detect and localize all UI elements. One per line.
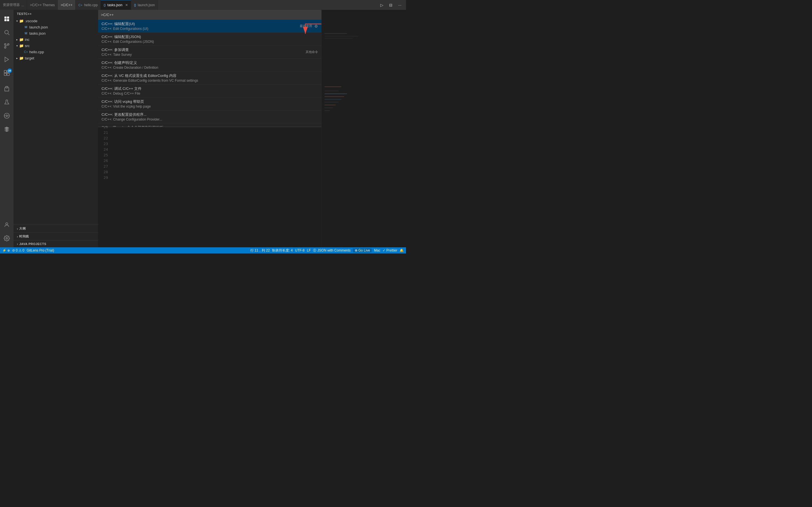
timeline-header[interactable]: › 时间线 — [17, 234, 95, 238]
command-input-text[interactable]: >C/C++ — [101, 13, 319, 17]
tab-more-icon[interactable]: ... — [21, 3, 24, 7]
command-item-4-texts: C/C++: 从 VC 格式设置生成 EditorConfig 内容 C/C++… — [101, 73, 318, 82]
java-projects-header[interactable]: › JAVA PROJECTS — [17, 242, 95, 245]
status-notification[interactable]: 🔔 — [400, 248, 404, 252]
command-2-secondary: C/C++: Take Survey — [101, 53, 306, 57]
command-0-secondary: C/C++: Edit Configurations (UI) — [101, 27, 300, 31]
hello-cpp-label: hello.cpp — [29, 50, 44, 54]
tab-tasks-label: tasks.json — [107, 3, 122, 7]
debug-activity-icon[interactable] — [0, 53, 13, 66]
command-item-take-survey[interactable]: C/C++: 参加调查 C/C++: Take Survey 其他命令 — [98, 46, 321, 59]
command-item-copy-commands[interactable]: C/C...: 将vcpkc 命令全部复制到剪贴板 — [98, 123, 321, 127]
flask-activity-icon[interactable] — [0, 96, 13, 109]
java-projects-section: › JAVA PROJECTS — [13, 240, 98, 247]
svg-rect-28 — [324, 102, 339, 103]
java-projects-label: JAVA PROJECTS — [19, 242, 46, 245]
testing-activity-icon[interactable] — [0, 82, 13, 96]
search-activity-icon[interactable] — [0, 25, 13, 39]
tab-launch[interactable]: {} launch.json — [131, 0, 158, 10]
position-label: 行 11，列 22 — [250, 248, 270, 253]
command-palette: >C/C++ C/C++: 编辑配置(UI) C/C++: Edit Confi… — [98, 10, 321, 127]
tree-src-folder[interactable]: ▾ 📁 src — [13, 43, 98, 49]
svg-rect-0 — [4, 17, 6, 18]
svg-rect-19 — [322, 31, 406, 227]
hello-cpp-tree-icon: C+ — [24, 50, 28, 54]
svg-line-5 — [8, 34, 9, 35]
svg-point-4 — [5, 31, 8, 34]
tab-tasks[interactable]: {} tasks.json ✕ — [101, 0, 131, 10]
account-activity-icon[interactable] — [0, 218, 13, 231]
tab-themes-label: >C/C++ Themes — [30, 3, 55, 7]
status-lineending[interactable]: LF — [307, 248, 311, 252]
status-indent[interactable]: 制表符长度: 4 — [272, 248, 293, 253]
title-bar: 资源管理器 ... >C/C++ Themes >C/C++ C+ hello.… — [0, 0, 406, 10]
command-item-edit-config-json[interactable]: C/C++: 编辑配置(JSON) C/C++: Edit Configurat… — [98, 33, 321, 46]
tab-hello[interactable]: C+ hello.cpp — [75, 0, 101, 10]
status-remote[interactable]: ⚡ ⊕ — [2, 248, 10, 252]
status-position[interactable]: 行 11，列 22 — [250, 248, 270, 253]
encoding-label: UTF-8 — [295, 248, 305, 252]
status-prettier[interactable]: ✓ Prettier — [383, 248, 397, 252]
more-actions-button[interactable]: ··· — [396, 2, 404, 8]
command-6-primary: C/C++: 访问 vcpkg 帮助页 — [101, 99, 318, 104]
lineending-label: LF — [307, 248, 311, 252]
remote-activity-icon[interactable] — [0, 109, 13, 122]
tab-explorer[interactable]: 资源管理器 ... — [0, 0, 27, 10]
minimap — [322, 10, 406, 247]
command-4-primary: C/C++: 从 VC 格式设置生成 EditorConfig 内容 — [101, 73, 318, 78]
status-gitlens[interactable]: GitLens Pro (Trial) — [27, 248, 54, 252]
src-folder-icon: 📁 — [19, 43, 24, 48]
svg-rect-2 — [4, 19, 6, 21]
command-item-vcpkg[interactable]: C/C++: 访问 vcpkg 帮助页 C/C++: Visit the vcp… — [98, 98, 321, 110]
hello-icon: C+ — [79, 3, 82, 7]
extensions-activity-icon[interactable] — [0, 66, 13, 80]
svg-rect-12 — [7, 73, 9, 75]
command-item-debug-cpp[interactable]: C/C++: 调试 C/C++ 文件 C/C++: Debug C/C++ Fi… — [98, 84, 321, 98]
settings-activity-icon[interactable] — [0, 231, 13, 245]
tree-target-folder[interactable]: ▸ 📁 target — [13, 55, 98, 61]
gitlens-activity-icon[interactable] — [0, 122, 13, 136]
command-item-1-texts: C/C++: 编辑配置(JSON) C/C++: Edit Configurat… — [101, 34, 318, 44]
command-item-5-texts: C/C++: 调试 C/C++ 文件 C/C++: Debug C/C++ Fi… — [101, 86, 318, 96]
tab-cpp-command[interactable]: >C/C++ — [58, 0, 75, 10]
command-item-7-texts: C/C++: 更改配置提供程序... C/C++: Change Configu… — [101, 112, 318, 121]
svg-point-17 — [6, 237, 8, 239]
tree-tasks-json[interactable]: M tasks.json — [13, 30, 98, 36]
svg-rect-29 — [324, 105, 336, 105]
outline-header[interactable]: › 大纲 — [17, 226, 95, 231]
command-5-secondary: C/C++: Debug C/C++ File — [101, 92, 318, 96]
tab-explorer-label: 资源管理器 — [3, 3, 20, 7]
command-item-2-texts: C/C++: 参加调查 C/C++: Take Survey — [101, 47, 306, 57]
svg-marker-9 — [5, 57, 9, 62]
sidebar-header: TESTC++ — [13, 10, 98, 18]
command-item-create-decl[interactable]: C/C++: 创建声明/定义 C/C++: Create Declaration… — [98, 59, 321, 71]
tab-themes[interactable]: >C/C++ Themes — [27, 0, 58, 10]
command-item-edit-config-ui[interactable]: C/C++: 编辑配置(UI) C/C++: Edit Configuratio… — [98, 20, 321, 33]
gear-icon-0[interactable]: ⚙ — [314, 24, 318, 29]
error-count: 0 — [16, 248, 18, 252]
tasks-file-tree-icon: M — [24, 31, 28, 36]
launch-json-label: launch.json — [29, 25, 48, 29]
command-7-secondary: C/C++: Change Configuration Provider... — [101, 117, 318, 121]
status-encoding[interactable]: UTF-8 — [295, 248, 305, 252]
tab-tasks-close[interactable]: ✕ — [125, 3, 128, 7]
command-item-editorconfig[interactable]: C/C++: 从 VC 格式设置生成 EditorConfig 内容 C/C++… — [98, 71, 321, 84]
tree-vscode-folder[interactable]: ▾ 📁 .vscode — [13, 18, 98, 24]
launch-file-tree-icon: M — [24, 25, 28, 29]
source-control-activity-icon[interactable] — [0, 39, 13, 53]
tree-launch-json[interactable]: M launch.json — [13, 24, 98, 30]
command-item-change-config[interactable]: C/C++: 更改配置提供程序... C/C++: Change Configu… — [98, 110, 321, 123]
run-button[interactable]: ▷ — [378, 2, 386, 8]
tree-inc-folder[interactable]: ▸ 📁 inc — [13, 36, 98, 43]
tree-hello-cpp[interactable]: C+ hello.cpp — [13, 49, 98, 55]
explorer-activity-icon[interactable] — [0, 12, 13, 25]
status-language[interactable]: ⓪ JSON with Comments — [313, 248, 350, 253]
status-errors[interactable]: ⊘ 0 ⚠ 0 — [12, 248, 24, 252]
inc-folder-label: inc — [25, 38, 30, 42]
status-golive[interactable]: ⊕ Go Live — [353, 248, 372, 252]
svg-rect-20 — [324, 33, 347, 34]
split-editor-button[interactable]: ⊟ — [387, 2, 395, 8]
svg-rect-25 — [324, 94, 347, 94]
inc-folder-arrow: ▸ — [15, 37, 19, 42]
status-platform[interactable]: Mac — [374, 248, 380, 252]
